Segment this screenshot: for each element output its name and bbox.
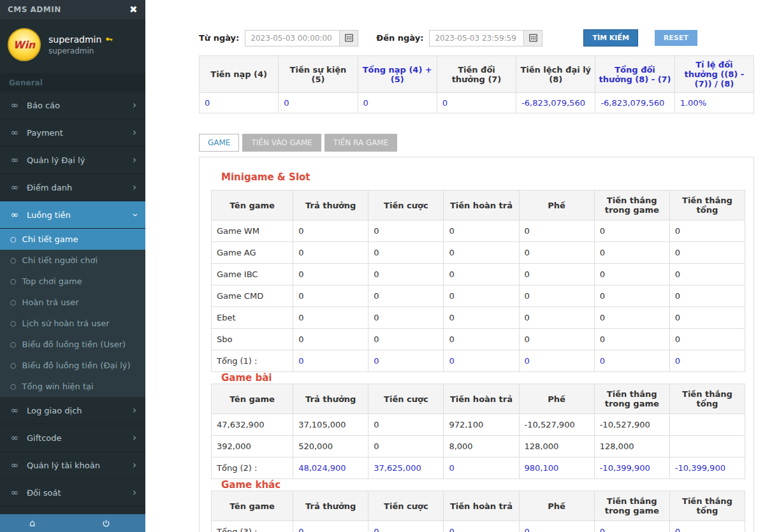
table-cell: 0 <box>444 329 519 350</box>
power-icon[interactable] <box>102 519 110 528</box>
search-button[interactable]: TÌM KIẾM <box>583 29 638 47</box>
sidebar-item[interactable]: ∞Luồng tiền› <box>0 201 145 229</box>
sidebar-subitem[interactable]: ○Biểu đồ luồng tiền (Đại lý) <box>0 355 145 376</box>
sidebar-subitem[interactable]: ○Chi tiết game <box>0 229 145 250</box>
sidebar-subitem[interactable]: ○Biểu đồ luồng tiền (User) <box>0 334 145 355</box>
column-header: Tiền cược <box>368 191 444 220</box>
app-title: CMS ADMIN <box>8 5 61 14</box>
home-icon[interactable]: ⌂ <box>29 517 36 529</box>
table-cell: 0 <box>669 285 745 307</box>
app-logo: Win <box>8 28 41 61</box>
column-header: Tiền cược <box>368 384 444 414</box>
table-row: Sbo000000 <box>212 329 745 350</box>
summary-value-cell: 0 <box>437 93 516 113</box>
sidebar-subitem-label: Hoàn trả user <box>22 298 79 307</box>
total-value-cell: 0 <box>669 521 745 532</box>
table-cell: 0 <box>594 242 669 264</box>
game-table: Tên gameTrả thưởngTiền cượcTiền hoàn trả… <box>211 491 745 532</box>
column-header: Tiền thắng tổng <box>669 491 745 521</box>
link-icon: ∞ <box>9 127 20 138</box>
table-cell: Ebet <box>212 307 293 329</box>
table-cell: 0 <box>669 329 745 350</box>
user-info: superadmin superadmin <box>48 34 113 55</box>
sidebar-item[interactable]: ∞Payment› <box>0 119 145 147</box>
column-header: Trả thưởng <box>293 491 368 521</box>
table-cell: Game AG <box>212 242 293 264</box>
close-icon[interactable]: ✖ <box>129 5 138 15</box>
summary-value-cell: 1.00% <box>674 93 754 113</box>
total-value-cell: 0 <box>444 521 519 532</box>
tab[interactable]: GAME <box>199 134 239 152</box>
column-header: Tiền thắng trong game <box>594 384 669 414</box>
user-subtitle: superadmin <box>48 47 113 55</box>
sidebar-subitem[interactable]: ○Top chơi game <box>0 271 145 292</box>
sidebar-footer: ⌂ <box>0 514 145 532</box>
user-name: superadmin <box>48 34 101 45</box>
section-title: Minigame & Slot <box>221 171 745 183</box>
to-date-label: Đến ngày: <box>376 33 423 43</box>
table-cell <box>669 414 745 436</box>
summary-header-row: Tiền nạp (4)Tiền sự kiện (5)Tổng nạp (4)… <box>200 56 754 93</box>
sidebar-subitem[interactable]: ○Chi tiết người chơi <box>0 250 145 271</box>
table-cell: 0 <box>368 329 444 350</box>
table-cell: 520,000 <box>293 436 368 457</box>
table-cell: -10,527,900 <box>519 414 594 436</box>
column-header: Tiền thắng trong game <box>594 491 669 521</box>
sidebar-item[interactable]: ∞Điểm danh› <box>0 174 145 201</box>
from-date-input[interactable] <box>245 30 339 47</box>
to-calendar-button[interactable] <box>523 30 543 47</box>
sidebar-item[interactable]: ∞Log giao dịch› <box>0 397 145 424</box>
table-cell: 0 <box>669 264 745 285</box>
column-header: Phế <box>519 191 594 220</box>
table-cell: 0 <box>669 220 745 242</box>
table-cell: 0 <box>594 329 669 350</box>
sidebar-item[interactable]: ∞Giftcode› <box>0 424 145 452</box>
sidebar-menu: ∞Báo cáo›∞Payment›∞Quản lý Đại lý›∞Điểm … <box>0 92 145 507</box>
table-cell: 0 <box>669 307 745 329</box>
summary-header-cell: Tổng nạp (4) +(5) <box>358 56 437 93</box>
column-header: Trả thưởng <box>293 191 368 220</box>
table-cell: 0 <box>444 307 519 329</box>
sidebar-item[interactable]: ∞Quản lý tài khoản› <box>0 452 145 479</box>
table-cell: -10,527,900 <box>594 414 669 436</box>
tab[interactable]: TIỀN VÀO GAME <box>242 134 321 152</box>
summary-header-cell: Tiền đổi thưởng (7) <box>437 56 516 93</box>
total-label-cell: Tổng (1) : <box>212 350 293 372</box>
sidebar-submenu: ○Chi tiết game○Chi tiết người chơi○Top c… <box>0 229 145 397</box>
table-row: Game CMD000000 <box>212 285 745 307</box>
sidebar-subitem-label: Lịch sử hoàn trả user <box>22 319 110 328</box>
filter-buttons: TÌM KIẾM RESET <box>583 29 697 47</box>
sidebar-item[interactable]: ∞Đối soát› <box>0 479 145 507</box>
table-cell: 0 <box>368 242 444 264</box>
to-date-input[interactable] <box>429 30 523 47</box>
sidebar-item[interactable]: ∞Báo cáo› <box>0 92 145 119</box>
total-row: Tổng (2) :48,024,90037,625,0000980,100-1… <box>212 457 745 479</box>
sidebar-item-label: Báo cáo <box>27 101 60 110</box>
table-cell: 0 <box>293 242 368 264</box>
logo-text: Win <box>13 39 36 51</box>
reset-button[interactable]: RESET <box>655 30 697 46</box>
sidebar-subitem-label: Chi tiết game <box>22 234 78 244</box>
table-cell: 0 <box>444 264 519 285</box>
table-cell: Sbo <box>212 329 293 350</box>
sidebar-subitem[interactable]: ○Tổng win hiện tại <box>0 376 145 397</box>
table-cell: 0 <box>519 264 594 285</box>
table-cell: 0 <box>519 242 594 264</box>
from-calendar-button[interactable] <box>339 30 358 47</box>
column-header: Tên game <box>212 384 293 414</box>
section-title: Game bài <box>221 372 745 384</box>
calendar-icon <box>345 34 353 42</box>
sidebar-subitem[interactable]: ○Hoàn trả user <box>0 292 145 313</box>
column-header-row: Tên gameTrả thưởngTiền cượcTiền hoàn trả… <box>212 384 745 414</box>
tab[interactable]: TIỀN RA GAME <box>324 134 398 152</box>
sidebar-subitem[interactable]: ○Lịch sử hoàn trả user <box>0 313 145 334</box>
sidebar-item[interactable]: ∞Quản lý Đại lý› <box>0 147 145 174</box>
game-panel: Minigame & SlotTên gameTrả thưởngTiền cư… <box>199 157 754 532</box>
table-cell: 0 <box>368 285 444 307</box>
table-cell: 128,000 <box>519 436 594 457</box>
table-cell: 0 <box>368 307 444 329</box>
table-cell: 0 <box>594 285 669 307</box>
circle-icon: ○ <box>10 256 17 264</box>
circle-icon: ○ <box>10 382 17 391</box>
link-icon: ∞ <box>9 405 20 416</box>
